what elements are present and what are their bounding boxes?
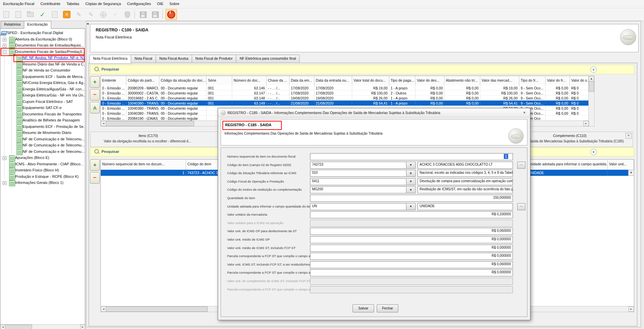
close-icon[interactable]: × — [625, 133, 632, 139]
tree-item-10[interactable]: Energia Elétrica/Gás - NF em Via Ún... — [0, 92, 85, 99]
menu-item-2[interactable]: Tabelas — [63, 0, 82, 8]
scroll-right-button[interactable]: ► — [80, 325, 85, 329]
tab-3[interactable]: Nota Fiscal de Produtor — [192, 55, 236, 63]
tree-expander-plus-icon[interactable]: + — [3, 38, 6, 42]
column-header[interactable]: Data da entrada ou... — [314, 76, 352, 85]
column-header[interactable]: Código da situação do doc... — [159, 76, 207, 85]
tree-item-3[interactable]: −Documentos Fiscais de Saídas/Prestaçõ..… — [0, 49, 85, 55]
menu-item-6[interactable]: Sobre — [166, 0, 182, 8]
tab-2[interactable]: Nota Fiscal Avulsa — [156, 55, 192, 63]
form-field-code-input[interactable]: 010 — [310, 170, 409, 177]
tree-item-13[interactable]: Documentos Fiscais de Transportes — [0, 111, 85, 117]
save-button[interactable] — [137, 9, 149, 20]
scroll-up-button[interactable]: ▲ — [589, 76, 594, 81]
tree-item-16[interactable]: Resumo de Movimento Diário — [0, 130, 85, 136]
table-row[interactable]: 0 - Emissão ...20019682 - 2 AS C...00 - … — [101, 95, 589, 101]
column-header[interactable]: Tipo do fr... — [519, 76, 546, 85]
table-row[interactable]: 0 - Emissão ...10040380 - TRANS...00 - D… — [101, 101, 589, 106]
folder-open-button[interactable] — [25, 9, 36, 20]
column-header[interactable]: Data da em... — [289, 76, 314, 85]
column-header[interactable]: Valor do fr... — [546, 76, 570, 85]
tree-item-6[interactable]: NF de Venda ao Consumidor — [0, 67, 85, 74]
scrollbar-thumb[interactable] — [106, 306, 208, 312]
tree-item-23[interactable]: Produção e Estoque - RCPE (Bloco K) — [0, 174, 85, 180]
column-header[interactable]: Unidade adotada para informar o campo qu… — [527, 160, 608, 170]
combo-dropdown-button[interactable]: ▼ — [406, 170, 416, 177]
tree-item-9[interactable]: Energia Elétrica/Água/Gás - NF con... — [0, 86, 85, 92]
scroll-left-button[interactable]: ◄ — [101, 121, 106, 126]
form-field-description-input[interactable]: UNIDADE — [418, 203, 513, 210]
menu-item-5[interactable]: OIE — [154, 0, 166, 8]
tree-expander-minus-icon[interactable]: − — [3, 50, 6, 54]
menu-item-1[interactable]: Contribuinte — [37, 0, 63, 8]
table-row[interactable]: 0 - Emissão ...30000002 - CASTA...00 - D… — [101, 90, 589, 95]
scrollbar-thumb[interactable] — [589, 81, 594, 92]
remove-item-button[interactable]: − — [90, 172, 100, 184]
tree-item-1[interactable]: +Abertura da Escrituração (Bloco 0) — [0, 36, 85, 43]
globe-button[interactable] — [97, 9, 109, 20]
dialog-title-bar[interactable]: REGISTRO - C185 - SAIDA - Informações Co… — [218, 108, 530, 117]
tree-item-4[interactable]: NF, NF Avulsa, NF Produtor, NF-e, N... — [0, 55, 85, 61]
form-field-input[interactable]: R$ 0,060000 — [310, 261, 513, 268]
column-header[interactable]: Valor do s... — [570, 76, 589, 85]
form-field-input[interactable] — [310, 153, 513, 160]
form-field-input[interactable] — [310, 278, 513, 285]
document-import-button[interactable] — [49, 9, 60, 20]
expand-search-button[interactable]: » — [590, 66, 597, 73]
tree-item-15[interactable]: Equipamento ECF - Prestação de Se... — [0, 124, 85, 130]
tree-item-17[interactable]: NF de Comunicação e de Telecomu... — [0, 136, 85, 142]
menu-item-3[interactable]: Cópias de Segurança — [82, 0, 124, 8]
expand-search-button[interactable]: » — [590, 149, 597, 155]
tree-expander-plus-icon[interactable]: + — [3, 156, 6, 160]
form-field-input[interactable]: R$ 0,060000 — [310, 228, 513, 235]
form-field-input[interactable]: 150,000000 — [310, 195, 513, 202]
form-field-description-input[interactable]: Nacional, exceto as indicadas nos código… — [418, 170, 513, 177]
menu-item-0[interactable]: Escrituração Fiscal — [0, 0, 37, 8]
column-header[interactable]: Código do parti... — [126, 76, 159, 85]
table-row[interactable]: 0 - Emissão ...20080209 - MARCI...00 - D… — [101, 85, 589, 90]
tree-item-12[interactable]: Equipamento SAT-CF-e — [0, 105, 85, 111]
combo-dropdown-button[interactable]: ▼ — [406, 186, 416, 193]
form-field-code-input[interactable]: UN — [310, 203, 409, 210]
documents-table-vertical-scrollbar[interactable]: ▲ — [588, 76, 594, 127]
form-field-input[interactable]: R$ 0,000000 — [310, 236, 513, 243]
lookup-button[interactable]: ... — [517, 162, 525, 169]
combo-dropdown-button[interactable]: ▼ — [406, 178, 416, 185]
column-header[interactable]: Chave da ... — [267, 76, 289, 85]
column-header[interactable]: Série — [207, 76, 232, 85]
form-field-input[interactable] — [310, 286, 513, 293]
menu-item-4[interactable]: Configurações — [124, 0, 154, 8]
add-item-button[interactable]: + — [90, 159, 100, 171]
close-icon[interactable]: × — [521, 110, 527, 116]
column-header[interactable]: Valor total do docu... — [352, 76, 389, 85]
tree-item-5[interactable]: Resumo Diário das NF de Venda a C... — [0, 61, 85, 67]
search-band[interactable]: Pesquisar » — [90, 65, 634, 74]
column-header[interactable]: Abatimento não tri... — [444, 76, 480, 85]
column-header[interactable]: Tipo de paga... — [389, 76, 416, 85]
record-check-button[interactable]: ✓ — [110, 9, 121, 20]
column-header[interactable]: Valor das mercad... — [480, 76, 519, 85]
save-as-button[interactable] — [150, 9, 161, 20]
document-new-button[interactable] — [0, 9, 12, 20]
document-forward-button[interactable] — [12, 9, 24, 20]
column-header[interactable]: Valor unit... — [608, 160, 634, 170]
record-edit-button[interactable]: ✎ — [73, 9, 85, 20]
splitter-collapse-icon[interactable]: ◄ — [86, 22, 89, 25]
combo-dropdown-button[interactable]: ▼ — [406, 162, 416, 169]
tree-item-11[interactable]: Cupom Fiscal Eletrônico - SAT — [0, 99, 85, 105]
column-header[interactable]: Número sequencial do item no docum... — [101, 160, 186, 170]
form-field-description-input[interactable]: Restituição de ICMS/ST, em razão da não … — [418, 186, 513, 193]
tree-expander-plus-icon[interactable]: + — [3, 44, 6, 48]
form-field-description-input[interactable]: ACHOC 3 CORACOES 400G CHOCOLATTO LT — [418, 162, 513, 169]
select-all-button[interactable]: A — [90, 102, 100, 113]
tree-item-18[interactable]: NF de Comunicação e de Telecomu... — [0, 142, 85, 148]
column-header[interactable]: Valor do des... — [416, 76, 444, 85]
scroll-left-button[interactable]: ◄ — [101, 306, 106, 312]
form-field-input[interactable]: R$ 0,000000 — [310, 253, 513, 260]
tree-item-22[interactable]: Inventário Físico (Bloco H) — [0, 167, 85, 173]
tree-item-21[interactable]: ICMS - Ativo Permanente - CIAP (Bloco... — [0, 161, 85, 167]
tree-expander-plus-icon[interactable]: + — [3, 181, 6, 185]
tab-4[interactable]: NF Eletrônica para consumidor final — [236, 55, 300, 63]
close-button[interactable]: Fechar — [377, 304, 398, 312]
record-delete-button[interactable]: ✎ — [85, 9, 97, 20]
